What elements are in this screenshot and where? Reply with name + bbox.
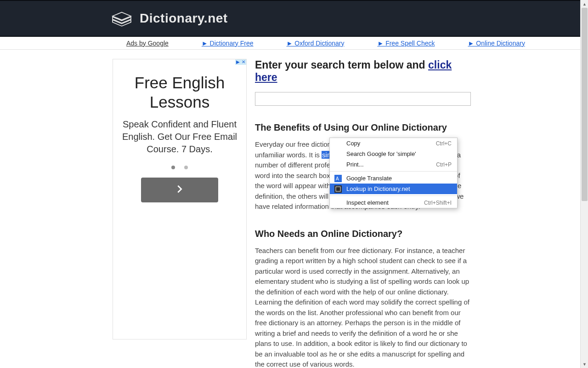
menu-label: Lookup in Dictionary.net bbox=[346, 185, 452, 192]
menu-label: Inspect element bbox=[346, 199, 424, 206]
scroll-up-icon[interactable]: ▲ bbox=[581, 0, 588, 8]
chevron-right-icon bbox=[175, 184, 185, 196]
ad-info-icon[interactable]: ▶ bbox=[235, 59, 241, 65]
search-input[interactable] bbox=[255, 92, 471, 106]
ads-label: Ads by Google bbox=[126, 40, 169, 47]
adbar-link[interactable]: ► Online Dictionary bbox=[468, 40, 525, 47]
who-paragraph: Teachers can benefit from our free dicti… bbox=[255, 246, 471, 368]
menu-shortcut: Ctrl+P bbox=[436, 161, 452, 168]
context-menu-item-inspect[interactable]: Inspect element Ctrl+Shift+I bbox=[330, 197, 457, 208]
ad-close-icon[interactable]: ✕ bbox=[241, 59, 246, 65]
menu-label: Search Google for 'simple' bbox=[346, 150, 452, 157]
ad-dot[interactable] bbox=[184, 166, 188, 169]
context-menu-item-search-google[interactable]: Search Google for 'simple' bbox=[330, 149, 457, 159]
ad-dot[interactable] bbox=[171, 166, 175, 169]
prompt-text: Enter your search term below and bbox=[255, 59, 428, 71]
search-prompt: Enter your search term below and click h… bbox=[255, 59, 471, 84]
book-stack-icon bbox=[110, 9, 133, 28]
section-heading-benefits: The Benefits of Using Our Online Diction… bbox=[255, 122, 471, 133]
context-menu: Copy Ctrl+C Search Google for 'simple' P… bbox=[329, 138, 458, 208]
context-menu-item-lookup-dictionary[interactable]: Lookup in Dictionary.net bbox=[330, 184, 457, 194]
ad-controls: ▶ ✕ bbox=[235, 59, 246, 65]
menu-label: Copy bbox=[346, 140, 436, 147]
vertical-scrollbar[interactable]: ▲ ▼ bbox=[580, 0, 588, 368]
site-title: Dictionary.net bbox=[140, 11, 228, 26]
ad-pagination bbox=[120, 163, 239, 171]
scroll-down-icon[interactable]: ▼ bbox=[581, 360, 588, 368]
menu-separator bbox=[330, 196, 457, 196]
ads-bar: Ads by Google ► Dictionary Free ► Oxford… bbox=[0, 37, 588, 50]
ad-next-button[interactable] bbox=[141, 178, 218, 202]
menu-shortcut: Ctrl+C bbox=[436, 140, 452, 147]
sidebar-ad[interactable]: ▶ ✕ Free English Lessons Speak Confident… bbox=[113, 59, 247, 339]
main-column: Enter your search term below and click h… bbox=[255, 59, 471, 368]
dictionary-icon bbox=[334, 185, 342, 193]
menu-label: Google Translate bbox=[346, 175, 452, 182]
context-menu-item-google-translate[interactable]: A Google Translate bbox=[330, 173, 457, 184]
context-menu-item-copy[interactable]: Copy Ctrl+C bbox=[330, 138, 457, 149]
svg-text:A: A bbox=[336, 176, 339, 181]
section-heading-who: Who Needs an Online Dictionary? bbox=[255, 229, 471, 239]
menu-separator bbox=[330, 171, 457, 172]
adbar-link[interactable]: ► Dictionary Free bbox=[202, 40, 254, 47]
adbar-link[interactable]: ► Oxford Dictionary bbox=[287, 40, 345, 47]
site-header: Dictionary.net bbox=[0, 0, 588, 37]
adbar-link[interactable]: ► Free Spell Check bbox=[377, 40, 435, 47]
site-logo[interactable]: Dictionary.net bbox=[110, 9, 228, 28]
menu-label: Print... bbox=[346, 161, 436, 168]
ad-title: Free English Lessons bbox=[120, 73, 239, 112]
context-menu-item-print[interactable]: Print... Ctrl+P bbox=[330, 159, 457, 170]
svg-rect-2 bbox=[334, 185, 342, 193]
translate-icon: A bbox=[334, 175, 342, 182]
menu-shortcut: Ctrl+Shift+I bbox=[424, 200, 452, 206]
page-content: ▶ ✕ Free English Lessons Speak Confident… bbox=[0, 50, 588, 368]
ad-subtitle: Speak Confident and Fluent English. Get … bbox=[120, 118, 239, 155]
scroll-thumb[interactable] bbox=[582, 8, 588, 201]
